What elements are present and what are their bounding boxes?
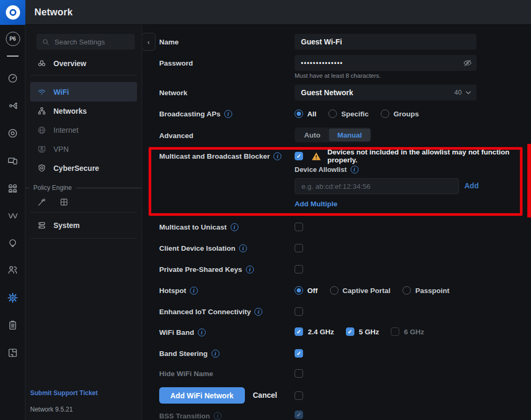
- hide-wifi-name-label: Hide WiFi Name: [159, 369, 213, 378]
- band-steering-checkbox[interactable]: [295, 349, 303, 358]
- sidebar-divider: [30, 212, 137, 213]
- name-input[interactable]: [295, 34, 477, 50]
- collapse-sidebar-button[interactable]: ‹: [142, 33, 155, 51]
- hide-wifi-name-checkbox[interactable]: [295, 369, 303, 378]
- sidebar-item-label: Overview: [53, 59, 86, 68]
- rail-divider: [7, 56, 19, 57]
- info-icon[interactable]: i: [254, 308, 262, 316]
- allowlist-warning-text: Devices not included in the allowlist ma…: [327, 148, 531, 164]
- globe-icon: [37, 125, 47, 135]
- bss-transition-label: BSS Transitioni: [159, 412, 222, 420]
- sidebar-item-wifi[interactable]: WiFi: [30, 82, 137, 102]
- radio-captive-portal[interactable]: Captive Portal: [330, 286, 391, 295]
- ports-icon[interactable]: [0, 181, 25, 196]
- sidebar-item-label: WiFi: [53, 88, 69, 96]
- network-select[interactable]: Guest Network 40: [295, 85, 477, 101]
- band-24ghz-checkbox[interactable]: [295, 327, 303, 336]
- dashboard-gauge-icon[interactable]: [0, 71, 25, 86]
- add-button[interactable]: Add: [464, 181, 479, 190]
- segment-manual[interactable]: Manual: [329, 129, 371, 141]
- device-allowlist-label: Device Allowlisti: [295, 166, 359, 174]
- multicast-blocker-checkbox[interactable]: [295, 152, 303, 160]
- bss-transition-checkbox[interactable]: [295, 410, 303, 419]
- advanced-toggle: Auto Manual: [295, 127, 371, 142]
- app-header: Network: [0, 0, 531, 25]
- sidebar-item-internet[interactable]: Internet: [25, 121, 142, 140]
- private-pre-shared-keys-checkbox[interactable]: [295, 265, 303, 273]
- unifi-logo[interactable]: [0, 0, 25, 25]
- info-icon[interactable]: i: [214, 412, 222, 420]
- client-device-isolation-checkbox[interactable]: [295, 244, 303, 252]
- disc-icon[interactable]: [0, 126, 25, 141]
- magic-wand-icon[interactable]: [37, 197, 47, 207]
- warning-icon: [312, 152, 321, 161]
- add-multiple-link[interactable]: Add Multiple: [295, 200, 337, 208]
- vlan-badge: 40: [454, 89, 462, 96]
- sidebar-item-label: VPN: [53, 145, 69, 153]
- toggle-password-visibility-icon[interactable]: [463, 58, 472, 68]
- policy-engine-section-label: Policy Engine: [25, 182, 142, 193]
- info-icon[interactable]: i: [190, 287, 198, 295]
- logs-icon[interactable]: [0, 318, 25, 333]
- band-steering-label: Band Steeringi: [159, 349, 219, 358]
- info-icon[interactable]: i: [246, 266, 254, 273]
- search-input[interactable]: Search Settings: [36, 34, 135, 50]
- obscured-row-checkbox[interactable]: [295, 391, 303, 400]
- multicast-to-unicast-checkbox[interactable]: [295, 223, 303, 231]
- info-icon[interactable]: i: [351, 166, 359, 174]
- band-5ghz-checkbox[interactable]: [346, 327, 354, 336]
- hotspot-radio-group: Off Captive Portal Passpoint: [295, 285, 450, 296]
- radio-all[interactable]: All: [295, 109, 316, 118]
- sidebar-item-overview[interactable]: Overview: [25, 54, 142, 73]
- info-icon[interactable]: i: [224, 110, 232, 118]
- multicast-blocker-label: Multicast and Broadcast Blockeri: [159, 152, 281, 160]
- info-icon[interactable]: i: [198, 328, 206, 336]
- app-rail: P6: [0, 25, 25, 420]
- submit-support-ticket-link[interactable]: Submit Support Ticket: [30, 389, 98, 397]
- settings-gear-icon[interactable]: [0, 290, 25, 305]
- network-select-value: Guest Network: [301, 88, 454, 97]
- sidebar-item-system[interactable]: System: [25, 216, 142, 235]
- password-input[interactable]: [295, 55, 477, 71]
- shield-icon: [37, 163, 47, 173]
- grid-icon[interactable]: [59, 197, 69, 207]
- info-icon[interactable]: i: [212, 350, 219, 358]
- version-label: Network 9.5.21: [30, 406, 73, 413]
- radio-passpoint[interactable]: Passpoint: [402, 286, 450, 295]
- radio-specific[interactable]: Specific: [328, 109, 369, 118]
- advanced-label: Advanced: [159, 131, 194, 140]
- wifi-settings-panel: ‹ Name Password Must have at least 8 cha…: [142, 25, 531, 420]
- add-wifi-network-button[interactable]: Add WiFi Network: [159, 387, 245, 404]
- radio-groups[interactable]: Groups: [381, 109, 419, 118]
- cancel-button[interactable]: Cancel: [253, 391, 277, 399]
- sidebar-item-vpn[interactable]: VPN: [25, 140, 142, 159]
- radio-off[interactable]: Off: [295, 286, 318, 295]
- site-badge[interactable]: P6: [0, 31, 25, 46]
- name-label: Name: [159, 38, 179, 46]
- info-icon[interactable]: i: [231, 223, 239, 231]
- network-label: Network: [159, 88, 187, 97]
- device-allowlist-input[interactable]: [295, 178, 459, 194]
- binoculars-icon: [37, 59, 47, 68]
- info-icon[interactable]: i: [239, 244, 247, 252]
- band-6ghz-checkbox[interactable]: [391, 327, 399, 336]
- topology-icon[interactable]: [0, 98, 25, 113]
- wifi-icon: [37, 87, 47, 97]
- sidebar-divider: [30, 75, 137, 76]
- enhanced-iot-checkbox[interactable]: [295, 307, 303, 316]
- enhanced-iot-label: Enhanced IoT Connectivityi: [159, 307, 262, 316]
- sidebar-item-cybersecure[interactable]: CyberSecure: [25, 159, 142, 178]
- sidebar-item-networks[interactable]: Networks: [25, 102, 142, 121]
- system-stack-icon: [37, 221, 47, 230]
- client-device-isolation-label: Client Device Isolationi: [159, 244, 247, 252]
- info-icon[interactable]: i: [273, 152, 281, 160]
- devices-icon[interactable]: [0, 153, 25, 168]
- clients-icon[interactable]: [0, 262, 25, 277]
- unifi-logo-icon: [6, 5, 20, 20]
- segment-auto[interactable]: Auto: [296, 129, 329, 141]
- search-placeholder: Search Settings: [54, 38, 105, 46]
- waves-icon[interactable]: [0, 208, 25, 223]
- floorplan-icon[interactable]: [0, 345, 25, 360]
- bulb-icon[interactable]: [0, 236, 25, 251]
- settings-sidebar: Search Settings Overview WiFi Networks I…: [25, 25, 142, 420]
